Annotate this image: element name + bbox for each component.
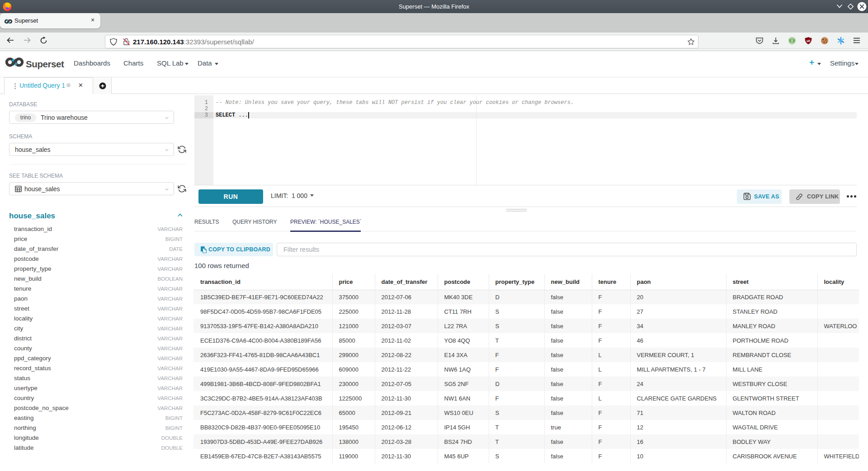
svg-text:u0: u0 (807, 39, 810, 42)
